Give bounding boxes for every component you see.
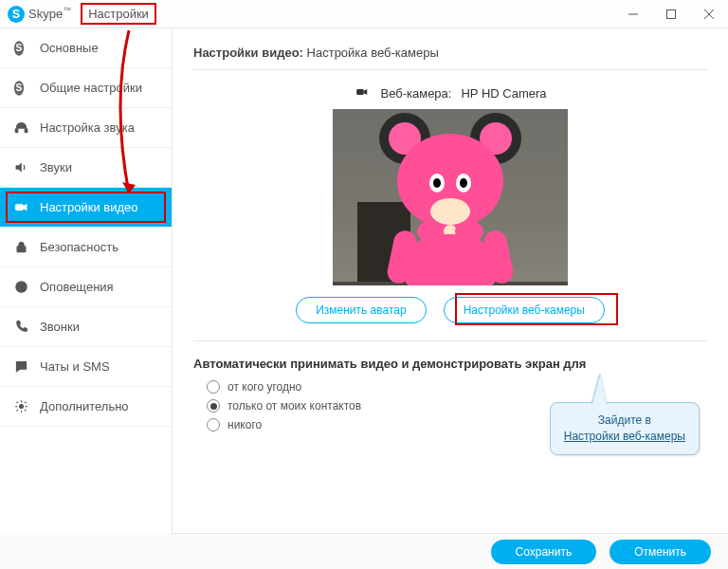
sidebar-item-audio[interactable]: Настройка звука bbox=[0, 108, 172, 148]
skype-icon: S bbox=[13, 80, 28, 97]
sidebar-item-label: Оповещения bbox=[40, 280, 114, 294]
change-avatar-button[interactable]: Изменить аватар bbox=[296, 297, 427, 323]
sidebar-item-label: Звуки bbox=[40, 160, 72, 174]
sidebar-item-video[interactable]: Настройки видео bbox=[0, 188, 172, 228]
sidebar-item-label: Звонки bbox=[40, 320, 80, 334]
sidebar-item-label: Общие настройки bbox=[40, 81, 142, 95]
minimize-button[interactable] bbox=[614, 0, 652, 28]
callout-link: Настройки веб-камеры bbox=[564, 430, 685, 443]
svg-rect-0 bbox=[667, 10, 676, 19]
svg-rect-7 bbox=[357, 89, 365, 95]
footer: Сохранить Отменить bbox=[173, 533, 728, 569]
lock-icon bbox=[13, 240, 28, 254]
sidebar-item-security[interactable]: Безопасность bbox=[0, 228, 172, 267]
webcam-name: HP HD Camera bbox=[461, 86, 546, 101]
webcam-settings-button[interactable]: Настройки веб-камеры bbox=[444, 297, 605, 323]
svg-rect-2 bbox=[25, 129, 27, 133]
preview-buttons: Изменить аватар Настройки веб-камеры bbox=[193, 297, 707, 323]
radio-anyone[interactable]: от кого угодно bbox=[207, 380, 707, 394]
svg-rect-4 bbox=[17, 247, 26, 252]
sidebar-item-general[interactable]: S Основные bbox=[0, 28, 172, 68]
maximize-button[interactable] bbox=[652, 0, 690, 28]
skype-icon: S bbox=[13, 40, 28, 57]
sidebar-item-label: Чаты и SMS bbox=[40, 359, 110, 374]
titlebar: S Skype™ Настройки bbox=[0, 0, 728, 28]
cancel-button[interactable]: Отменить bbox=[610, 540, 711, 564]
save-button[interactable]: Сохранить bbox=[491, 540, 597, 564]
radio-label: только от моих контактов bbox=[228, 399, 361, 413]
sidebar-item-label: Настройки видео bbox=[40, 200, 138, 214]
radio-label: от кого угодно bbox=[228, 380, 301, 394]
sidebar-item-label: Настройка звука bbox=[40, 120, 135, 135]
page-title: Настройки видео: Настройка веб-камеры bbox=[193, 46, 707, 60]
sidebar-item-sounds[interactable]: Звуки bbox=[0, 148, 172, 188]
callout-text: Зайдите в bbox=[598, 413, 651, 427]
menu-settings[interactable]: Настройки bbox=[81, 3, 156, 25]
radio-icon bbox=[207, 380, 220, 394]
svg-rect-1 bbox=[15, 129, 18, 133]
radio-label: никого bbox=[228, 418, 262, 431]
sidebar-item-label: Безопасность bbox=[40, 240, 118, 254]
annotation-callout: Зайдите в Настройки веб-камеры bbox=[550, 402, 700, 455]
sidebar-item-alerts[interactable]: Оповещения bbox=[0, 267, 172, 307]
divider bbox=[193, 340, 707, 341]
sidebar-item-common[interactable]: S Общие настройки bbox=[0, 68, 172, 108]
sidebar-item-label: Дополнительно bbox=[40, 399, 129, 413]
sidebar-item-chats[interactable]: Чаты и SMS bbox=[0, 347, 172, 387]
skype-logo-icon: S bbox=[8, 6, 25, 23]
sidebar: S Основные S Общие настройки Настройка з… bbox=[0, 28, 173, 533]
content-pane: Настройки видео: Настройка веб-камеры Ве… bbox=[173, 28, 728, 533]
gear-icon bbox=[13, 399, 28, 413]
info-icon bbox=[13, 280, 28, 294]
sidebar-item-advanced[interactable]: Дополнительно bbox=[0, 387, 172, 427]
radio-icon bbox=[207, 399, 220, 413]
video-icon bbox=[13, 200, 28, 214]
close-button[interactable] bbox=[690, 0, 728, 28]
sidebar-item-label: Основные bbox=[40, 41, 99, 55]
video-icon bbox=[354, 85, 371, 101]
webcam-preview bbox=[333, 109, 568, 285]
phone-icon bbox=[13, 320, 28, 334]
divider bbox=[193, 69, 707, 70]
radio-icon bbox=[207, 418, 220, 431]
headset-icon bbox=[13, 120, 28, 135]
svg-rect-3 bbox=[15, 204, 23, 210]
sidebar-item-calls[interactable]: Звонки bbox=[0, 307, 172, 347]
auto-accept-heading: Автоматически принимать видео и демонстр… bbox=[193, 357, 707, 371]
speaker-icon bbox=[13, 160, 28, 174]
app-name: Skype™ bbox=[28, 6, 71, 21]
chat-icon bbox=[13, 359, 28, 374]
webcam-header: Веб-камера: HP HD Camera bbox=[193, 85, 707, 101]
window-controls bbox=[614, 0, 728, 28]
webcam-label: Веб-камера: bbox=[380, 86, 451, 101]
svg-point-6 bbox=[19, 405, 23, 409]
